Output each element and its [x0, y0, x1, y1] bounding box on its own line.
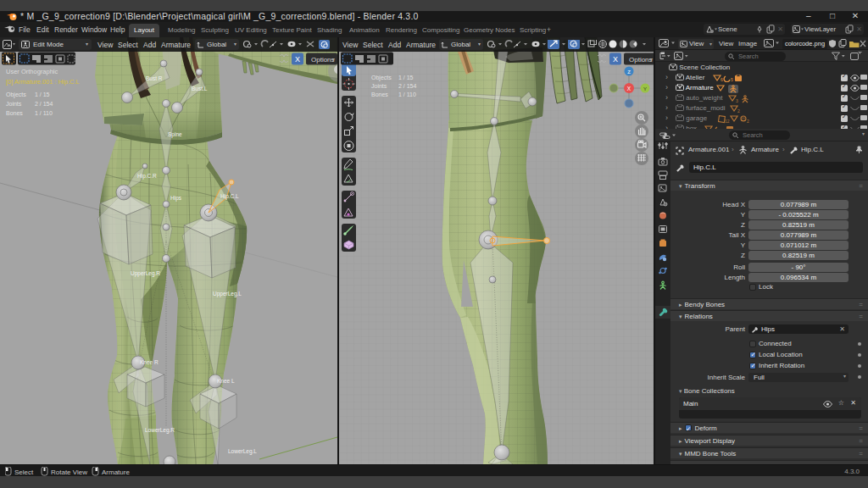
svg-text:Hip.C.L: Hip.C.L — [220, 193, 239, 200]
svg-text:X: X — [295, 55, 300, 64]
svg-text:Rotate View: Rotate View — [51, 469, 87, 476]
svg-text:LowerLeg.R: LowerLeg.R — [145, 427, 175, 434]
svg-text:Bust R: Bust R — [146, 75, 163, 81]
svg-text:X: X — [627, 86, 632, 92]
svg-text:UpperLeg.L: UpperLeg.L — [213, 291, 242, 297]
svg-text:Knee L: Knee L — [217, 378, 235, 384]
svg-text:1 / 15: 1 / 15 — [35, 92, 50, 97]
svg-text:5: 5 — [731, 77, 733, 82]
svg-text:Z: Z — [627, 69, 631, 75]
svg-text:Bones: Bones — [371, 92, 388, 97]
svg-text:Joints: Joints — [6, 101, 22, 107]
svg-text:Bust.L: Bust.L — [192, 86, 208, 92]
svg-text:1 / 110: 1 / 110 — [398, 92, 416, 97]
svg-text:Hip.C.R: Hip.C.R — [137, 173, 157, 180]
svg-text:X: X — [613, 55, 618, 64]
svg-text:▾: ▾ — [650, 57, 653, 62]
svg-text:LowerLeg.L: LowerLeg.L — [228, 448, 257, 455]
svg-text:2 / 154: 2 / 154 — [35, 101, 53, 107]
svg-text:Knee R: Knee R — [140, 359, 159, 365]
svg-text:User Orthographic: User Orthographic — [6, 68, 58, 75]
svg-text:▾: ▾ — [332, 57, 335, 62]
svg-text:Hips: Hips — [170, 195, 182, 202]
svg-text:Spine: Spine — [168, 131, 182, 138]
svg-text:2 / 154: 2 / 154 — [398, 83, 417, 89]
svg-text:Y: Y — [643, 86, 647, 92]
svg-text:UpperLeg.R: UpperLeg.R — [131, 270, 160, 277]
svg-text:1 / 15: 1 / 15 — [398, 75, 414, 80]
svg-text:Options: Options — [629, 56, 653, 64]
svg-text:Joints: Joints — [371, 83, 387, 89]
svg-text:Select: Select — [14, 469, 34, 476]
svg-text:Objects: Objects — [371, 75, 392, 81]
svg-text:1 / 110: 1 / 110 — [35, 110, 53, 116]
svg-text:Objects: Objects — [6, 92, 26, 98]
svg-text:Options: Options — [311, 56, 335, 64]
svg-text:Armature: Armature — [102, 469, 130, 476]
svg-text:[0] Armature.001 : Hip.C.L: [0] Armature.001 : Hip.C.L — [6, 78, 80, 86]
svg-text:6: 6 — [721, 77, 723, 82]
svg-text:Bones: Bones — [6, 110, 23, 116]
